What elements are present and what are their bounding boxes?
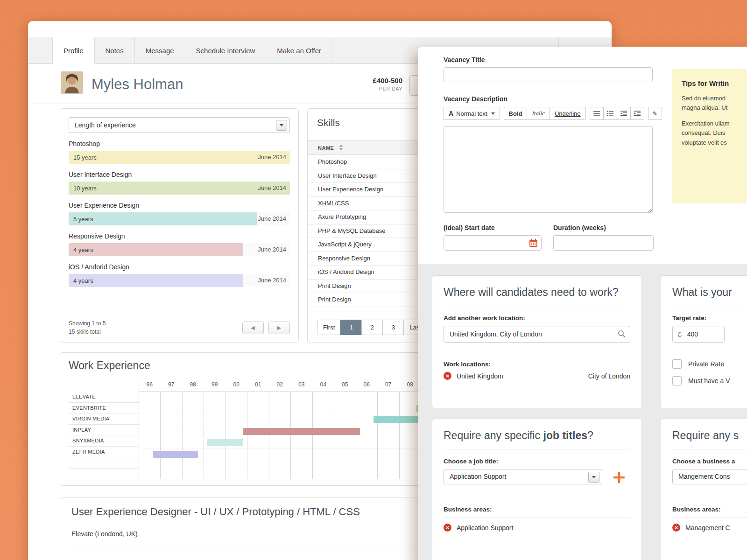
business-area-select[interactable]: Mangement Cons (672, 469, 747, 484)
prev-page-button[interactable]: ◀ (242, 322, 264, 334)
pagination-page-1[interactable]: 1 (340, 320, 362, 335)
experience-item: User Experience Design 5 years June 2014 (69, 202, 290, 225)
showing-range: Showing 1 to 5 (69, 320, 106, 328)
skill-duration-label: 5 years (73, 216, 93, 223)
experience-pagination-footer: Showing 1 to 5 15 skills total ◀ ▶ (69, 320, 290, 336)
pagination-first[interactable]: First (317, 320, 341, 335)
tips-line: Exercitation ullam (682, 119, 747, 128)
calendar-icon[interactable] (529, 238, 538, 247)
edit-pencil-button[interactable]: ✎ (648, 107, 662, 120)
vacancy-description-label: Vacancy Description (444, 95, 507, 103)
next-page-button[interactable]: ▶ (268, 322, 290, 334)
location-search-field (444, 326, 630, 343)
year-label: 04 (312, 378, 334, 391)
vacancy-description-textarea[interactable] (444, 126, 653, 213)
outdent-icon (620, 111, 627, 116)
job-titles-panel: Require any specific job titles? Choose … (432, 419, 642, 560)
tips-heading: Tips for Writin (682, 79, 747, 87)
duration-input[interactable] (553, 235, 654, 251)
desktop-background: { "colors": { "background_orange": "#ED8… (0, 0, 747, 560)
indent-button[interactable] (630, 107, 644, 120)
skill-duration-label: 4 years (73, 246, 93, 253)
name-column-header: NAME (318, 145, 334, 151)
company-label: SNYXMEDIA (69, 435, 139, 447)
tips-line: consequat. Duis (682, 128, 747, 138)
tips-line: voluptate velit es (682, 138, 747, 147)
start-date-input[interactable] (444, 235, 542, 251)
job-title-select-value: Application Support (450, 473, 506, 480)
work-locations-label: Work locations: (444, 361, 630, 368)
company-label: EVENTBRITE (69, 403, 139, 414)
gantt-year-axis: 96979899000102030405060708 (139, 378, 421, 392)
tab-make-an-offer[interactable]: Make an Offer (266, 37, 332, 64)
gantt-row (139, 392, 422, 403)
showing-summary: Showing 1 to 5 15 skills total (69, 320, 106, 336)
vacancy-title-input[interactable] (444, 67, 653, 82)
select-dropdown-button[interactable] (588, 472, 599, 483)
year-label: 02 (269, 378, 291, 391)
company-label: VIRGIN MEDIA (69, 413, 139, 425)
skill-duration-bar: 10 years (69, 182, 290, 195)
location-country: United Kingdom (457, 372, 503, 380)
select-dropdown-button[interactable] (276, 120, 287, 131)
add-job-title-button[interactable]: + (612, 470, 627, 484)
tips-line: magna aliqua. Ut (682, 103, 747, 112)
bullet-list-button[interactable] (590, 107, 604, 120)
private-rate-row: Private Rate (672, 359, 747, 369)
tab-profile[interactable]: Profile (52, 37, 95, 64)
job-title-select[interactable]: Application Support (444, 469, 602, 484)
tab-schedule-interview[interactable]: Schedule Interview (185, 37, 267, 64)
skill-duration-label: 10 years (73, 185, 97, 192)
numbered-list-button[interactable] (603, 107, 617, 120)
skill-duration-label: 15 years (73, 154, 97, 161)
remove-location-icon[interactable]: × (444, 372, 451, 380)
skill-bar-row: 15 years June 2014 (69, 151, 290, 164)
skills-total: 15 skills total (69, 328, 106, 336)
start-date-field (444, 235, 542, 251)
tips-box: Tips for Writin Sed do eiusmod magna ali… (672, 69, 747, 203)
bullet-list-icon (593, 111, 600, 116)
company-label: ELEVATE (69, 392, 139, 403)
remove-business-area-icon[interactable]: × (672, 524, 680, 532)
location-search-input[interactable] (444, 326, 630, 343)
tips-line: Sed do eiusmod (682, 94, 747, 103)
choose-job-title-label: Choose a job title: (444, 458, 630, 465)
year-label: 01 (247, 378, 269, 391)
gantt-row (139, 403, 422, 415)
divider (672, 518, 747, 518)
experience-filter-select[interactable]: Length of experience (69, 117, 290, 133)
format-dropdown-button[interactable]: A Normal text (444, 107, 500, 120)
search-icon[interactable] (618, 330, 626, 338)
company-label: ZEFR MEDIA (69, 447, 139, 458)
visa-requirement-checkbox[interactable] (672, 376, 682, 385)
year-label: 99 (204, 378, 226, 391)
remove-job-title-icon[interactable]: × (444, 524, 451, 532)
experience-item: Photoshop 15 years June 2014 (69, 140, 290, 164)
bold-button[interactable]: Bold (504, 107, 528, 120)
numbered-list-icon (607, 111, 613, 116)
skill-date: June 2014 (258, 243, 286, 256)
day-rate-unit: PER DAY (327, 86, 402, 91)
gantt-bar-rows (139, 392, 422, 460)
target-rate-field[interactable]: £ 400 (672, 326, 725, 343)
experience-filter-value: Length of experience (75, 121, 136, 129)
outdent-button[interactable] (617, 107, 631, 120)
tab-message[interactable]: Message (135, 37, 185, 64)
company-label-empty (69, 469, 139, 480)
underline-button[interactable]: Underline (550, 107, 586, 120)
pagination-page-3[interactable]: 3 (382, 320, 404, 335)
skill-bar-row: 10 years June 2014 (69, 182, 290, 195)
chevron-down-icon (280, 124, 283, 126)
tab-notes[interactable]: Notes (95, 37, 135, 64)
choose-business-area-label: Choose a business a (672, 458, 747, 465)
pagination-page-2[interactable]: 2 (361, 320, 383, 335)
chevron-down-icon (491, 112, 495, 115)
italic-button[interactable]: Italic (527, 107, 550, 120)
add-location-label: Add another work location: (444, 315, 630, 322)
work-location-item: × United Kingdom City of London (444, 372, 630, 380)
skill-bar-row: 4 years June 2014 (69, 274, 290, 287)
sort-icon[interactable] (339, 145, 343, 150)
visa-requirement-row: Must have a V (672, 376, 747, 385)
work-experience-title: Work Experience (69, 359, 150, 372)
private-rate-checkbox[interactable] (672, 359, 682, 369)
